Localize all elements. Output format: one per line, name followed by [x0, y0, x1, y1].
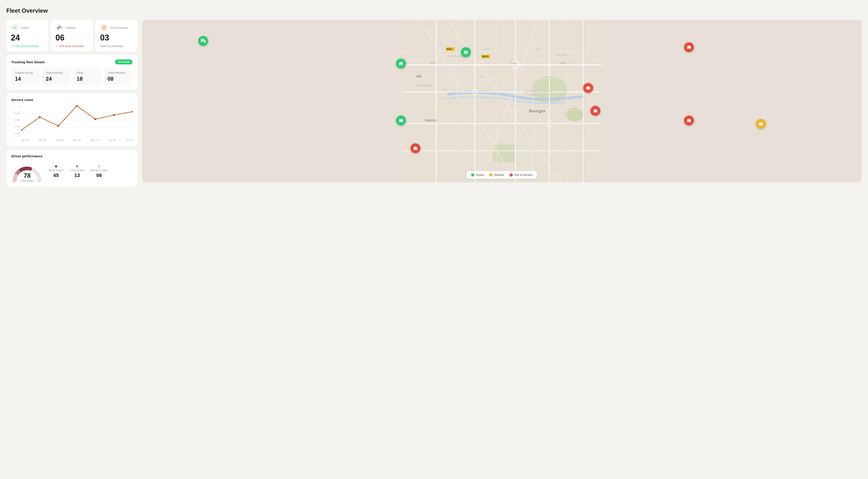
svg-point-63 — [204, 41, 204, 42]
inactive-icon: 💤 — [55, 24, 63, 31]
main-layout: Active 24 ↗ 10% since yesterday 💤 Inacti… — [6, 20, 862, 186]
marker-active-3[interactable] — [461, 47, 471, 57]
inactive-change: ↘ 10% since yesterday — [55, 44, 88, 48]
svg-text:LES RIVAGES: LES RIVAGES — [416, 84, 432, 87]
svg-point-64 — [400, 64, 400, 65]
tracking-item-deaccel: Deacceleration 08 — [104, 68, 133, 85]
active-count: 24 — [11, 34, 43, 42]
driver-stat-2to4: 2.5 to 4 stars 13 — [70, 165, 84, 178]
tracking-item-fatigue: Fatigue driving 14 — [11, 68, 40, 85]
svg-point-65 — [402, 64, 403, 65]
marker-active-2[interactable] — [396, 59, 406, 68]
active-label: Active — [21, 26, 29, 29]
svg-text:D2076: D2076 — [482, 55, 489, 58]
left-panel: Active 24 ↗ 10% since yesterday 💤 Inacti… — [6, 20, 137, 186]
driver-performance-card: Driver performance — [6, 150, 137, 186]
svg-point-66 — [464, 53, 465, 54]
oos-icon — [100, 24, 108, 31]
svg-text:de Bourges: de Bourges — [524, 93, 536, 96]
map-legend: Active Inactive Out of service — [467, 171, 537, 179]
chart-svg — [21, 105, 132, 135]
status-card-active: Active 24 ↗ 10% since yesterday — [6, 20, 48, 51]
svg-text:Bourges: Bourges — [529, 109, 546, 113]
svg-text:N151: N151 — [561, 61, 566, 64]
marker-oos-3[interactable] — [590, 106, 600, 116]
map-container[interactable]: N151 N151 N151 D976E D58E D60 D251 LÉE L… — [142, 20, 862, 182]
tracking-grid: Fatigue driving 14 Overspeeding 24 Idlin… — [11, 68, 132, 85]
svg-point-9 — [39, 116, 41, 118]
gauge-total-label: Total drivers — [20, 179, 34, 182]
marker-active-1[interactable] — [198, 36, 208, 46]
svg-rect-17 — [493, 144, 515, 162]
gauge-total-num: 78 — [20, 172, 34, 179]
svg-point-67 — [467, 53, 467, 54]
service-costs-card: Service costs € 8K € 6K € 4K € 2K 0 — [6, 93, 137, 146]
oos-label: Out of service — [110, 26, 128, 29]
marker-oos-2[interactable] — [583, 83, 593, 93]
tracking-title: Tracking fleet details — [11, 60, 45, 64]
marker-active-4[interactable] — [396, 116, 406, 125]
legend-active: Active — [471, 173, 484, 177]
svg-point-70 — [760, 125, 760, 125]
svg-point-79 — [690, 121, 690, 122]
svg-text:D58E: D58E — [536, 48, 541, 51]
svg-text:Cathédrale Saint-Étienne: Cathédrale Saint-Étienne — [524, 90, 552, 92]
svg-point-14 — [131, 111, 132, 113]
svg-text:VOUZAY: VOUZAY — [425, 119, 437, 122]
svg-point-77 — [596, 112, 597, 112]
svg-point-12 — [94, 118, 96, 120]
page-title: Fleet Overview — [6, 7, 862, 14]
driver-stats: Above 4 stars 45 2.5 to 4 stars 13 Below… — [49, 165, 132, 178]
inactive-label: Inactive — [65, 26, 75, 29]
svg-point-73 — [690, 48, 690, 49]
on-track-badge: On track — [115, 59, 132, 64]
svg-point-81 — [416, 149, 417, 150]
svg-text:D976E: D976E — [483, 48, 490, 51]
inactive-count: 06 — [55, 34, 88, 42]
oos-count: 03 — [100, 34, 133, 42]
svg-point-80 — [414, 149, 414, 150]
legend-oos: Out of service — [510, 173, 532, 177]
svg-point-62 — [202, 41, 203, 42]
tracking-item-overspeeding: Overspeeding 24 — [42, 68, 71, 85]
svg-point-10 — [57, 125, 59, 127]
svg-point-75 — [589, 89, 590, 89]
status-card-oos: Out of service 03 Same as yesterday — [96, 20, 137, 51]
svg-text:LÉE: LÉE — [416, 74, 422, 78]
svg-point-72 — [687, 48, 688, 49]
svg-point-76 — [594, 112, 594, 112]
marker-oos-4[interactable] — [684, 116, 694, 125]
tracking-card: Tracking fleet details On track Fatigue … — [6, 55, 137, 90]
svg-point-74 — [587, 89, 587, 89]
status-card-inactive: 💤 Inactive 06 ↘ 10% since yesterday — [51, 20, 93, 51]
marker-oos-1[interactable] — [684, 42, 694, 52]
svg-point-13 — [113, 114, 115, 116]
marker-inactive-1[interactable] — [756, 119, 766, 129]
svg-text:D60: D60 — [443, 89, 447, 91]
svg-point-78 — [687, 121, 688, 122]
status-cards: Active 24 ↗ 10% since yesterday 💤 Inacti… — [6, 20, 137, 51]
svg-text:D104: D104 — [446, 48, 452, 51]
active-icon — [11, 24, 19, 31]
svg-text:Burger King: Burger King — [556, 54, 569, 56]
svg-text:D251: D251 — [479, 76, 485, 78]
svg-text:N151: N151 — [511, 61, 517, 64]
svg-point-71 — [762, 125, 763, 125]
marker-oos-5[interactable] — [410, 143, 421, 153]
svg-point-69 — [402, 121, 403, 122]
service-costs-title: Service costs — [11, 98, 33, 102]
svg-text:N151: N151 — [430, 61, 435, 64]
tracking-item-idling: Idling 18 — [73, 68, 102, 85]
service-costs-chart: € 8K € 6K € 4K € 2K 0 — [11, 105, 132, 142]
driver-performance-title: Driver performance — [11, 154, 42, 158]
driver-stat-above4: Above 4 stars 45 — [49, 165, 64, 178]
oos-change: Same as yesterday — [100, 44, 133, 48]
svg-point-68 — [400, 121, 400, 122]
active-change: ↗ 10% since yesterday — [11, 44, 43, 48]
driver-gauge: 78 Total drivers — [11, 161, 43, 182]
driver-stat-below25: Below 2.5 stars 06 — [91, 165, 107, 178]
map-svg: N151 N151 N151 D976E D58E D60 D251 LÉE L… — [142, 20, 862, 182]
legend-inactive: Inactive — [489, 173, 504, 177]
